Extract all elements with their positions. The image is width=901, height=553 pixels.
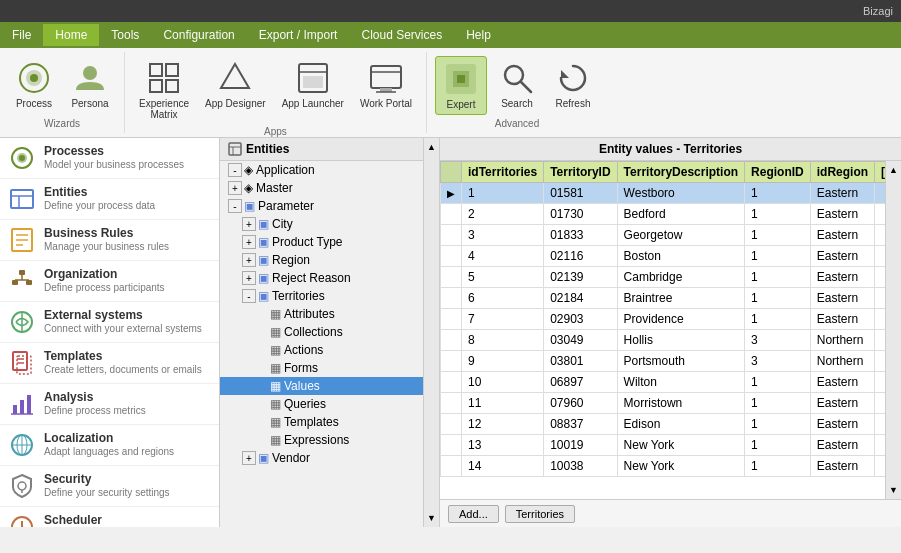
col-id-region[interactable]: idRegion	[810, 162, 874, 183]
expander-reject-reason[interactable]: +	[242, 271, 256, 285]
menu-export-import[interactable]: Export / Import	[247, 24, 350, 46]
cell-disabled[interactable]	[875, 414, 885, 435]
expander-territories[interactable]: -	[242, 289, 256, 303]
tree-node-queries[interactable]: ▦ Queries	[220, 395, 423, 413]
territories-tab-button[interactable]: Territories	[505, 505, 575, 523]
cell-disabled[interactable]	[875, 351, 885, 372]
work-portal-icon	[368, 60, 404, 96]
tree-node-forms[interactable]: ▦ Forms	[220, 359, 423, 377]
cell-disabled[interactable]	[875, 456, 885, 477]
tree-node-city[interactable]: + ▣ City	[220, 215, 423, 233]
tree-node-product-type[interactable]: + ▣ Product Type	[220, 233, 423, 251]
tree-node-actions[interactable]: ▦ Actions	[220, 341, 423, 359]
table-row[interactable]: 1410038New York1Eastern	[441, 456, 886, 477]
tree-node-collections[interactable]: ▦ Collections	[220, 323, 423, 341]
tree-scroll-up[interactable]: ▲	[425, 140, 438, 154]
sidebar-item-business-rules[interactable]: Business Rules Manage your business rule…	[0, 220, 219, 261]
tree-node-templates-tree[interactable]: ▦ Templates	[220, 413, 423, 431]
cell-disabled[interactable]	[875, 288, 885, 309]
table-row[interactable]: 402116Boston1Eastern	[441, 246, 886, 267]
sidebar-item-analysis[interactable]: Analysis Define process metrics	[0, 384, 219, 425]
sidebar-item-organization[interactable]: Organization Define process participants	[0, 261, 219, 302]
table-row[interactable]: 602184Braintree1Eastern	[441, 288, 886, 309]
table-row[interactable]: 1006897Wilton1Eastern	[441, 372, 886, 393]
sidebar-item-scheduler[interactable]: Scheduler	[0, 507, 219, 527]
tree-node-attributes[interactable]: ▦ Attributes	[220, 305, 423, 323]
table-row[interactable]: 903801Portsmouth3Northern	[441, 351, 886, 372]
table-row[interactable]: 201730Bedford1Eastern	[441, 204, 886, 225]
menu-tools[interactable]: Tools	[99, 24, 151, 46]
col-territory-description[interactable]: TerritoryDescription	[617, 162, 744, 183]
table-row[interactable]: ▶101581Westboro1Eastern	[441, 183, 886, 204]
sidebar-item-entities[interactable]: Entities Define your process data	[0, 179, 219, 220]
ribbon-btn-persona[interactable]: Persona	[64, 56, 116, 113]
col-territory-id[interactable]: TerritoryID	[544, 162, 617, 183]
ribbon-btn-experience-matrix[interactable]: ExperienceMatrix	[133, 56, 195, 124]
cell-disabled[interactable]	[875, 372, 885, 393]
cell-disabled[interactable]	[875, 435, 885, 456]
cell-disabled[interactable]	[875, 393, 885, 414]
expander-product-type[interactable]: +	[242, 235, 256, 249]
table-row[interactable]: 1107960Morristown1Eastern	[441, 393, 886, 414]
tree-scroll-down[interactable]: ▼	[425, 511, 438, 525]
expander-master[interactable]: +	[228, 181, 242, 195]
cell-disabled[interactable]	[875, 267, 885, 288]
cell-disabled[interactable]	[875, 204, 885, 225]
ribbon-btn-app-designer[interactable]: App Designer	[199, 56, 272, 113]
menu-file[interactable]: File	[0, 24, 43, 46]
tree-node-values[interactable]: ▦ Values	[220, 377, 423, 395]
tree-scroll-area[interactable]: - ◈ Application + ◈ Master - ▣ Parameter	[220, 161, 423, 527]
sidebar-item-security[interactable]: Security Define your security settings	[0, 466, 219, 507]
expander-city[interactable]: +	[242, 217, 256, 231]
ribbon-group-apps-label: Apps	[264, 124, 287, 137]
expander-parameter[interactable]: -	[228, 199, 242, 213]
sidebar-item-localization[interactable]: Localization Adapt languages and regions	[0, 425, 219, 466]
sidebar-item-external-systems[interactable]: External systems Connect with your exter…	[0, 302, 219, 343]
sidebar-scheduler-text: Scheduler	[44, 513, 102, 527]
expander-application[interactable]: -	[228, 163, 242, 177]
ribbon-btn-process[interactable]: Process	[8, 56, 60, 113]
ribbon-btn-work-portal[interactable]: Work Portal	[354, 56, 418, 113]
menu-configuration[interactable]: Configuration	[151, 24, 246, 46]
ribbon-btn-search[interactable]: Search	[491, 56, 543, 113]
menu-help[interactable]: Help	[454, 24, 503, 46]
cell-disabled[interactable]	[875, 246, 885, 267]
table-row[interactable]: 702903Providence1Eastern	[441, 309, 886, 330]
table-row[interactable]: 803049Hollis3Northern	[441, 330, 886, 351]
cell-territory-id: 08837	[544, 414, 617, 435]
ribbon-btn-app-launcher[interactable]: App Launcher	[276, 56, 350, 113]
expander-region[interactable]: +	[242, 253, 256, 267]
forms-node-icon: ▦	[270, 361, 281, 375]
cell-disabled[interactable]	[875, 309, 885, 330]
tree-node-application[interactable]: - ◈ Application	[220, 161, 423, 179]
ribbon-btn-expert[interactable]: Expert	[435, 56, 487, 115]
add-button[interactable]: Add...	[448, 505, 499, 523]
tree-node-master[interactable]: + ◈ Master	[220, 179, 423, 197]
expander-vendor[interactable]: +	[242, 451, 256, 465]
col-region-id[interactable]: RegionID	[745, 162, 811, 183]
cell-disabled[interactable]	[875, 330, 885, 351]
tree-node-parameter[interactable]: - ▣ Parameter	[220, 197, 423, 215]
data-table-wrapper[interactable]: idTerritories TerritoryID TerritoryDescr…	[440, 161, 885, 499]
sidebar-item-processes[interactable]: Processes Model your business processes	[0, 138, 219, 179]
tree-node-expressions[interactable]: ▦ Expressions	[220, 431, 423, 449]
col-disabled[interactable]: [Disabled]	[875, 162, 885, 183]
ribbon-btn-refresh[interactable]: Refresh	[547, 56, 599, 113]
sidebar-item-templates[interactable]: Templates Create letters, documents or e…	[0, 343, 219, 384]
table-row[interactable]: 1310019New York1Eastern	[441, 435, 886, 456]
col-id-territories[interactable]: idTerritories	[462, 162, 544, 183]
table-row[interactable]: 1208837Edison1Eastern	[441, 414, 886, 435]
tree-node-vendor[interactable]: + ▣ Vendor	[220, 449, 423, 467]
table-scroll-down[interactable]: ▼	[887, 483, 900, 497]
menu-home[interactable]: Home	[43, 24, 99, 46]
tree-node-reject-reason[interactable]: + ▣ Reject Reason	[220, 269, 423, 287]
ribbon-wizards-items: Process Persona	[8, 56, 116, 116]
table-scroll-up[interactable]: ▲	[887, 163, 900, 177]
menu-cloud-services[interactable]: Cloud Services	[349, 24, 454, 46]
tree-node-territories[interactable]: - ▣ Territories	[220, 287, 423, 305]
cell-disabled[interactable]	[875, 183, 885, 204]
cell-disabled[interactable]	[875, 225, 885, 246]
tree-node-region[interactable]: + ▣ Region	[220, 251, 423, 269]
table-row[interactable]: 301833Georgetow1Eastern	[441, 225, 886, 246]
table-row[interactable]: 502139Cambridge1Eastern	[441, 267, 886, 288]
